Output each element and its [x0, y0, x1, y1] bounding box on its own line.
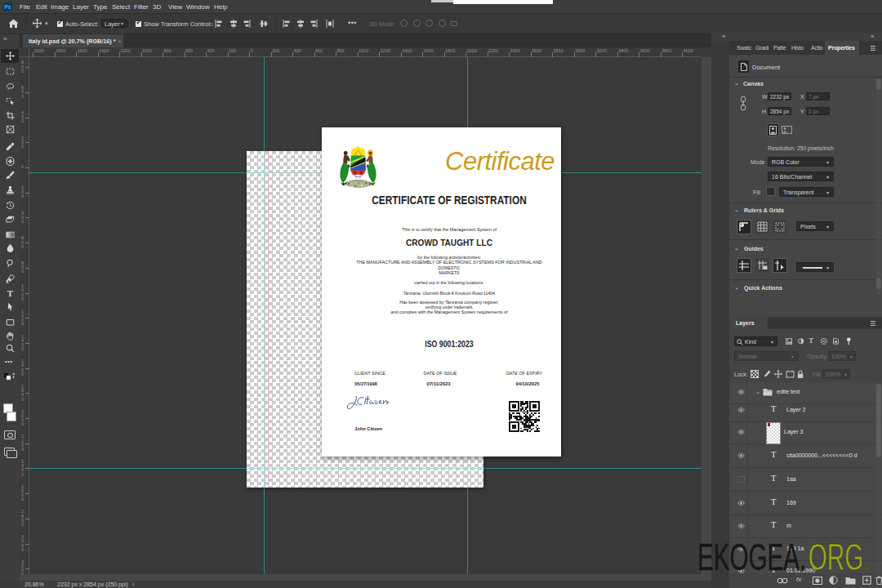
svg-text:T: T — [7, 288, 13, 297]
